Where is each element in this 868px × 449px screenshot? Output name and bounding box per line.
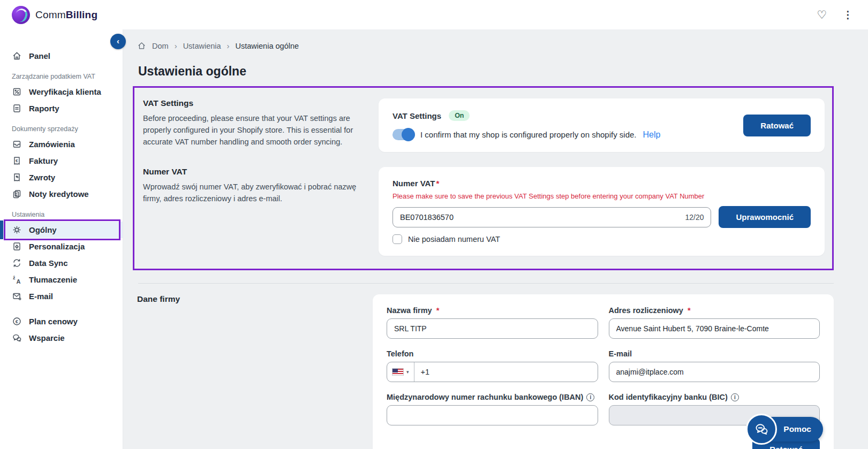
vat-number-card: Numer VAT* Please make sure to save the … <box>379 167 825 256</box>
commbilling-logo-icon <box>12 6 30 24</box>
app-screen: CommBilling ♡ ⋮ ‹ Panel Zarządzanie poda… <box>0 0 868 449</box>
personalization-icon <box>12 241 22 252</box>
sidebar-item-panel[interactable]: Panel <box>0 48 123 64</box>
svg-text:ż: ż <box>13 275 16 280</box>
phone-field: Telefon ▾ <box>387 349 598 382</box>
sidebar-item-label: Faktury <box>29 156 58 165</box>
company-info-row: Dane firmy Nazwa firmy* Adres rozliczeni… <box>137 294 834 449</box>
sidebar: ‹ Panel Zarządzanie podatkiem VAT Weryfi… <box>0 29 123 449</box>
info-icon: i <box>586 393 594 401</box>
sidebar-item-raporty[interactable]: Raporty <box>0 100 123 117</box>
us-flag-icon <box>392 368 404 376</box>
vat-settings-description-col: VAT Settings Before proceeding, please e… <box>143 98 364 152</box>
sidebar-item-data-sync[interactable]: Data Sync <box>0 255 123 271</box>
vat-number-input[interactable] <box>400 213 681 222</box>
section-heading: Dane firmy <box>137 294 358 304</box>
vat-settings-row: VAT Settings Before proceeding, please e… <box>143 98 825 152</box>
shopify-confirm-toggle[interactable] <box>393 129 414 140</box>
kebab-menu-icon[interactable]: ⋮ <box>843 10 853 20</box>
breadcrumb-current: Ustawienia ogólne <box>236 42 299 50</box>
sidebar-item-plan-cenowy[interactable]: € Plan cenowy <box>0 313 123 330</box>
credit-notes-icon <box>12 189 22 199</box>
sidebar-item-personalizacja[interactable]: Personalizacja <box>0 238 123 255</box>
phone-input[interactable] <box>414 368 598 376</box>
chat-bubble-icon <box>746 414 777 445</box>
euro-circle-icon: € <box>12 316 22 326</box>
refund-return-icon <box>12 172 22 182</box>
required-asterisk: * <box>436 306 440 315</box>
brand-logo[interactable]: CommBilling <box>12 6 97 24</box>
sidebar-section-title: Zarządzanie podatkiem VAT <box>0 64 123 83</box>
svg-text:€: € <box>16 319 18 324</box>
chevron-left-icon: ‹ <box>117 36 119 45</box>
section-divider <box>138 283 834 284</box>
sidebar-item-label: Personalizacja <box>29 242 85 251</box>
sidebar-item-label: Raporty <box>29 104 59 113</box>
sidebar-item-weryfikacja-klienta[interactable]: Weryfikacja klienta <box>0 83 123 100</box>
company-info-description-col: Dane firmy <box>137 294 358 449</box>
page-title: Ustawienia ogólne <box>138 64 834 79</box>
sidebar-item-tlumaczenie[interactable]: żA Tłumaczenie <box>0 271 123 288</box>
sidebar-section-title: Dokumenty sprzedaży <box>0 117 123 136</box>
iban-input[interactable] <box>387 405 598 425</box>
section-heading: Numer VAT <box>143 167 364 177</box>
sidebar-item-label: Noty kredytowe <box>29 189 89 199</box>
home-icon <box>137 41 146 50</box>
sidebar-item-label: Zamówienia <box>29 140 75 149</box>
sidebar-item-zwroty[interactable]: Zwroty <box>0 169 123 186</box>
save-vat-settings-button[interactable]: Ratować <box>743 115 811 136</box>
sidebar-item-noty-kredytowe[interactable]: Noty kredytowe <box>0 186 123 202</box>
vat-number-label: Numer VAT* <box>393 179 811 188</box>
company-name-field: Nazwa firmy* <box>387 306 598 339</box>
confirm-text: I confirm that my shop is configured pro… <box>420 130 637 139</box>
invoice-euro-icon: € <box>12 156 22 166</box>
char-counter: 12/20 <box>685 213 704 222</box>
help-link[interactable]: Help <box>643 130 661 140</box>
sidebar-item-faktury[interactable]: € Faktury <box>0 153 123 169</box>
active-indicator-bar <box>0 220 3 239</box>
toggle-knob <box>402 128 415 141</box>
home-icon <box>12 51 22 61</box>
main-content: Dom › Ustawienia › Ustawienia ogólne Ust… <box>123 29 868 449</box>
sidebar-section-title: Ustawienia <box>0 202 123 222</box>
support-chat-icon <box>12 333 22 343</box>
sidebar-collapse-button[interactable]: ‹ <box>110 34 126 49</box>
svg-text:€: € <box>16 158 18 163</box>
validate-vat-button[interactable]: Uprawomocnić <box>719 206 811 228</box>
email-field: E-mail <box>609 349 820 382</box>
iban-field: Międzynarodowy numer rachunku bankowego … <box>387 393 598 425</box>
sidebar-item-label: Zwroty <box>29 173 55 182</box>
chevron-right-icon: › <box>175 41 177 50</box>
sidebar-item-label: Tłumaczenie <box>29 275 77 284</box>
sidebar-item-zamowienia[interactable]: Zamówienia <box>0 136 123 153</box>
vat-number-input-wrap: 12/20 <box>393 207 711 227</box>
breadcrumb-ustawienia[interactable]: Ustawienia <box>183 42 221 50</box>
company-name-input[interactable] <box>387 318 598 339</box>
sidebar-item-label: Panel <box>29 51 50 60</box>
status-badge: On <box>449 110 470 121</box>
vat-number-description-col: Numer VAT Wprowadź swój numer VAT, aby z… <box>143 167 364 256</box>
required-asterisk: * <box>688 306 691 315</box>
no-vat-number-checkbox[interactable] <box>393 234 402 244</box>
sidebar-item-wsparcie[interactable]: Wsparcie <box>0 330 123 346</box>
favorite-heart-icon[interactable]: ♡ <box>817 9 827 20</box>
chevron-right-icon: › <box>227 41 230 50</box>
sidebar-item-label: Data Sync <box>29 258 68 268</box>
top-header: CommBilling ♡ ⋮ <box>0 0 868 29</box>
report-document-icon <box>12 103 22 113</box>
sync-arrows-icon <box>12 258 22 268</box>
email-input[interactable] <box>609 362 820 382</box>
vat-warning-text: Please make sure to save the previous VA… <box>393 192 811 200</box>
vat-annotation-box: VAT Settings Before proceeding, please e… <box>133 86 834 270</box>
header-actions: ♡ ⋮ <box>817 9 853 20</box>
sidebar-item-email[interactable]: E-mail <box>0 288 123 305</box>
breadcrumb: Dom › Ustawienia › Ustawienia ogólne <box>137 41 834 50</box>
country-code-selector[interactable]: ▾ <box>387 362 414 382</box>
help-fab-label: Pomoc <box>783 424 811 434</box>
section-description: Before proceeding, please ensure that yo… <box>143 113 364 148</box>
breadcrumb-home[interactable]: Dom <box>152 42 169 50</box>
vat-settings-card: VAT Settings On I confirm that my shop i… <box>379 98 825 152</box>
help-fab-button[interactable]: Pomoc <box>753 417 823 442</box>
billing-address-input[interactable] <box>609 318 820 339</box>
sidebar-item-ogolny[interactable]: Ogólny <box>0 222 123 238</box>
